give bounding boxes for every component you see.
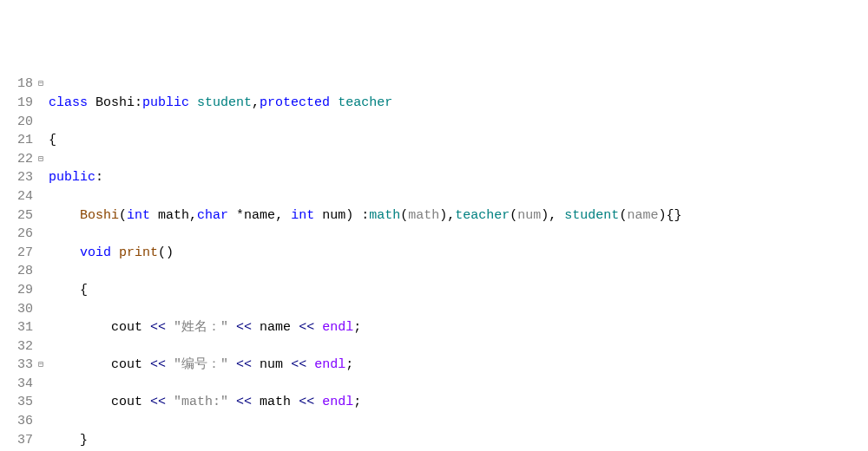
fold-marker xyxy=(35,206,47,226)
code-line[interactable]: } xyxy=(49,431,868,450)
code-line[interactable]: Boshi(int math,char *name, int num) :mat… xyxy=(49,206,868,226)
fold-marker xyxy=(35,281,47,300)
code-line[interactable]: { xyxy=(49,131,868,150)
fold-marker xyxy=(35,225,47,244)
line-number: 25 xyxy=(0,206,33,226)
line-number: 24 xyxy=(0,187,33,206)
line-number: 32 xyxy=(0,337,33,356)
fold-marker xyxy=(35,94,47,113)
fold-marker[interactable]: ⊟ xyxy=(35,150,47,169)
code-line[interactable]: cout << "math:" << math << endl; xyxy=(49,393,868,412)
fold-marker xyxy=(35,131,47,150)
code-editor: 1819202122232425262728293031323334353637… xyxy=(0,75,868,451)
fold-marker[interactable]: ⊟ xyxy=(35,356,47,375)
line-number: 26 xyxy=(0,225,33,244)
line-number: 34 xyxy=(0,375,33,394)
line-number: 30 xyxy=(0,300,33,319)
line-number: 18 xyxy=(0,75,33,94)
line-number: 37 xyxy=(0,431,33,450)
fold-marker xyxy=(35,300,47,319)
line-number: 31 xyxy=(0,318,33,337)
line-number: 33 xyxy=(0,356,33,375)
code-line[interactable]: { xyxy=(49,281,868,300)
code-area[interactable]: class Boshi:public student,protected tea… xyxy=(47,75,868,451)
fold-marker[interactable]: ⊟ xyxy=(35,75,47,94)
line-number: 21 xyxy=(0,131,33,150)
fold-marker xyxy=(35,187,47,206)
code-line[interactable]: class Boshi:public student,protected tea… xyxy=(49,94,868,113)
line-number: 36 xyxy=(0,412,33,431)
line-number: 27 xyxy=(0,244,33,263)
fold-marker xyxy=(35,337,47,356)
fold-marker xyxy=(35,244,47,263)
line-number-gutter: 1819202122232425262728293031323334353637… xyxy=(0,75,35,451)
line-number: 22 xyxy=(0,150,33,169)
code-line[interactable]: cout << "姓名：" << name << endl; xyxy=(49,318,868,337)
line-number: 28 xyxy=(0,262,33,281)
line-number: 19 xyxy=(0,94,33,113)
code-line[interactable]: public: xyxy=(49,168,868,187)
line-number: 23 xyxy=(0,168,33,187)
fold-marker xyxy=(35,431,47,450)
line-number: 35 xyxy=(0,393,33,412)
code-line[interactable]: cout << "编号：" << num << endl; xyxy=(49,356,868,375)
fold-marker xyxy=(35,168,47,187)
fold-marker xyxy=(35,262,47,281)
fold-marker xyxy=(35,412,47,431)
line-number: 29 xyxy=(0,281,33,300)
fold-marker xyxy=(35,318,47,337)
line-number: 20 xyxy=(0,113,33,132)
code-line[interactable]: void print() xyxy=(49,244,868,263)
fold-marker xyxy=(35,375,47,394)
fold-gutter: ⊟⊟⊟ xyxy=(35,75,47,451)
fold-marker xyxy=(35,113,47,132)
fold-marker xyxy=(35,393,47,412)
